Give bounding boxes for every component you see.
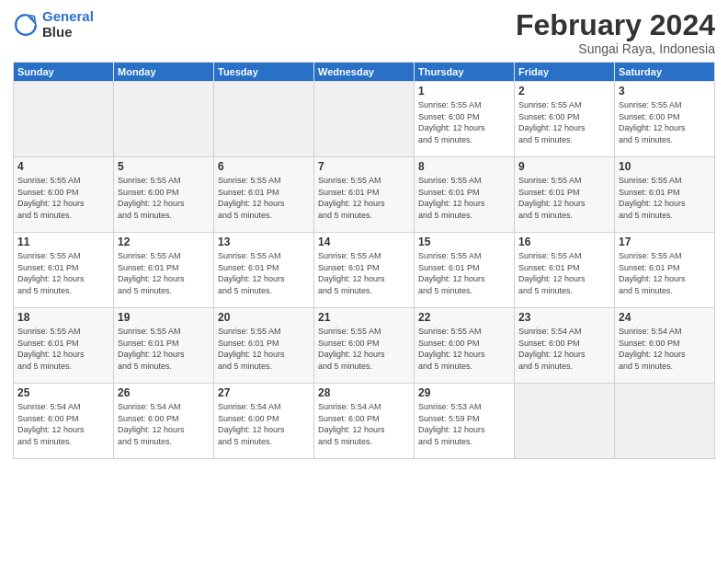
header: General Blue February 2024 Sungai Raya, … [13,9,715,56]
weekday-header-friday: Friday [515,63,615,82]
calendar-week-1: 1Sunrise: 5:55 AMSunset: 6:00 PMDaylight… [14,82,715,157]
day-number: 18 [17,311,109,324]
calendar-cell: 9Sunrise: 5:55 AMSunset: 6:01 PMDaylight… [515,157,615,233]
day-info: Sunrise: 5:54 AMSunset: 6:00 PMDaylight:… [118,401,210,447]
day-number: 7 [318,160,410,173]
calendar-cell: 20Sunrise: 5:55 AMSunset: 6:01 PMDayligh… [214,308,314,384]
calendar-cell: 27Sunrise: 5:54 AMSunset: 6:00 PMDayligh… [214,384,314,459]
calendar-week-4: 18Sunrise: 5:55 AMSunset: 6:01 PMDayligh… [14,308,715,384]
page-container: General Blue February 2024 Sungai Raya, … [0,0,728,466]
calendar-cell: 1Sunrise: 5:55 AMSunset: 6:00 PMDaylight… [415,82,515,157]
calendar-cell [214,82,314,157]
day-info: Sunrise: 5:54 AMSunset: 6:00 PMDaylight:… [619,326,711,372]
day-info: Sunrise: 5:55 AMSunset: 6:00 PMDaylight:… [619,99,711,145]
calendar-week-5: 25Sunrise: 5:54 AMSunset: 6:00 PMDayligh… [14,384,715,459]
calendar-cell: 8Sunrise: 5:55 AMSunset: 6:01 PMDaylight… [415,157,515,233]
day-info: Sunrise: 5:54 AMSunset: 6:00 PMDaylight:… [318,401,410,447]
calendar-cell [615,384,715,459]
day-number: 8 [418,160,510,173]
day-number: 4 [17,160,109,173]
day-info: Sunrise: 5:55 AMSunset: 6:01 PMDaylight:… [17,326,109,372]
day-number: 21 [318,311,410,324]
calendar-cell: 11Sunrise: 5:55 AMSunset: 6:01 PMDayligh… [14,233,114,308]
day-info: Sunrise: 5:55 AMSunset: 6:00 PMDaylight:… [518,99,610,145]
month-title: February 2024 [516,9,715,41]
day-number: 22 [418,311,510,324]
calendar-cell: 10Sunrise: 5:55 AMSunset: 6:01 PMDayligh… [615,157,715,233]
day-number: 27 [218,386,310,399]
calendar-cell: 29Sunrise: 5:53 AMSunset: 5:59 PMDayligh… [415,384,515,459]
calendar-cell: 7Sunrise: 5:55 AMSunset: 6:01 PMDaylight… [314,157,415,233]
day-number: 17 [619,236,711,248]
day-number: 24 [619,311,711,324]
day-number: 1 [418,85,510,98]
day-info: Sunrise: 5:54 AMSunset: 6:00 PMDaylight:… [17,401,109,447]
logo-line1: General [42,9,94,25]
day-number: 3 [619,85,711,98]
calendar-cell: 16Sunrise: 5:55 AMSunset: 6:01 PMDayligh… [515,233,615,308]
weekday-header-sunday: Sunday [14,63,114,82]
calendar-cell: 17Sunrise: 5:55 AMSunset: 6:01 PMDayligh… [615,233,715,308]
weekday-header-monday: Monday [114,63,214,82]
calendar-cell [14,82,114,157]
day-number: 15 [418,236,510,248]
day-info: Sunrise: 5:55 AMSunset: 6:00 PMDaylight:… [118,175,210,221]
day-info: Sunrise: 5:55 AMSunset: 6:01 PMDaylight:… [218,250,310,296]
calendar-cell: 4Sunrise: 5:55 AMSunset: 6:00 PMDaylight… [14,157,114,233]
calendar-cell: 19Sunrise: 5:55 AMSunset: 6:01 PMDayligh… [114,308,214,384]
day-info: Sunrise: 5:55 AMSunset: 6:00 PMDaylight:… [418,326,510,372]
logo: General Blue [13,9,94,40]
weekday-header-thursday: Thursday [415,63,515,82]
calendar-table: SundayMondayTuesdayWednesdayThursdayFrid… [13,62,715,459]
day-info: Sunrise: 5:55 AMSunset: 6:01 PMDaylight:… [218,326,310,372]
day-info: Sunrise: 5:53 AMSunset: 5:59 PMDaylight:… [418,401,510,447]
day-number: 13 [218,236,310,248]
header-row: SundayMondayTuesdayWednesdayThursdayFrid… [14,63,715,82]
day-info: Sunrise: 5:55 AMSunset: 6:01 PMDaylight:… [218,175,310,221]
calendar-week-3: 11Sunrise: 5:55 AMSunset: 6:01 PMDayligh… [14,233,715,308]
day-info: Sunrise: 5:55 AMSunset: 6:01 PMDaylight:… [518,250,610,296]
day-info: Sunrise: 5:55 AMSunset: 6:01 PMDaylight:… [418,250,510,296]
day-info: Sunrise: 5:55 AMSunset: 6:00 PMDaylight:… [418,99,510,145]
calendar-cell [114,82,214,157]
day-number: 14 [318,236,410,248]
calendar-cell: 22Sunrise: 5:55 AMSunset: 6:00 PMDayligh… [415,308,515,384]
logo-line2: Blue [42,25,94,40]
day-number: 29 [418,386,510,399]
calendar-cell: 5Sunrise: 5:55 AMSunset: 6:00 PMDaylight… [114,157,214,233]
day-number: 23 [518,311,610,324]
calendar-cell: 23Sunrise: 5:54 AMSunset: 6:00 PMDayligh… [515,308,615,384]
day-number: 6 [218,160,310,173]
day-number: 16 [518,236,610,248]
day-number: 26 [118,386,210,399]
calendar-cell: 24Sunrise: 5:54 AMSunset: 6:00 PMDayligh… [615,308,715,384]
day-number: 19 [118,311,210,324]
calendar-cell: 13Sunrise: 5:55 AMSunset: 6:01 PMDayligh… [214,233,314,308]
day-info: Sunrise: 5:55 AMSunset: 6:01 PMDaylight:… [318,175,410,221]
day-info: Sunrise: 5:55 AMSunset: 6:01 PMDaylight:… [619,250,711,296]
day-number: 28 [318,386,410,399]
logo-text: General Blue [42,9,94,40]
day-info: Sunrise: 5:54 AMSunset: 6:00 PMDaylight:… [218,401,310,447]
day-info: Sunrise: 5:55 AMSunset: 6:01 PMDaylight:… [17,250,109,296]
day-number: 2 [518,85,610,98]
day-info: Sunrise: 5:55 AMSunset: 6:01 PMDaylight:… [619,175,711,221]
calendar-cell: 12Sunrise: 5:55 AMSunset: 6:01 PMDayligh… [114,233,214,308]
day-info: Sunrise: 5:55 AMSunset: 6:01 PMDaylight:… [118,250,210,296]
calendar-cell [314,82,415,157]
day-info: Sunrise: 5:55 AMSunset: 6:01 PMDaylight:… [118,326,210,372]
day-number: 25 [17,386,109,399]
day-info: Sunrise: 5:54 AMSunset: 6:00 PMDaylight:… [518,326,610,372]
day-info: Sunrise: 5:55 AMSunset: 6:01 PMDaylight:… [418,175,510,221]
location-subtitle: Sungai Raya, Indonesia [516,41,715,56]
calendar-cell: 3Sunrise: 5:55 AMSunset: 6:00 PMDaylight… [615,82,715,157]
calendar-cell: 21Sunrise: 5:55 AMSunset: 6:00 PMDayligh… [314,308,415,384]
calendar-cell: 15Sunrise: 5:55 AMSunset: 6:01 PMDayligh… [415,233,515,308]
calendar-cell [515,384,615,459]
day-number: 12 [118,236,210,248]
day-number: 9 [518,160,610,173]
calendar-cell: 25Sunrise: 5:54 AMSunset: 6:00 PMDayligh… [14,384,114,459]
day-number: 11 [17,236,109,248]
day-info: Sunrise: 5:55 AMSunset: 6:00 PMDaylight:… [17,175,109,221]
day-number: 10 [619,160,711,173]
